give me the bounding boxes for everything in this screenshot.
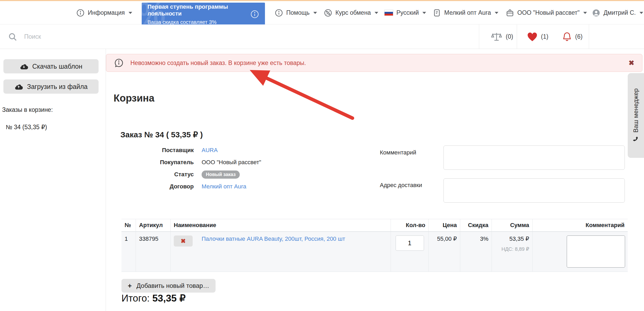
manager-tab-label: Ваш менеджер xyxy=(632,88,640,133)
nav-contract[interactable]: Мелкий опт Aura xyxy=(433,1,498,24)
col-header-name: Наименование xyxy=(170,219,391,232)
cloud-download-icon xyxy=(20,63,28,70)
row-sum-cell: 53,35 ₽ НДС: 8,89 ₽ xyxy=(492,232,532,272)
add-product-label: Добавить новый товар… xyxy=(136,282,209,289)
quantity-input[interactable] xyxy=(396,235,424,251)
status-label: Статус xyxy=(121,171,194,178)
phone-icon xyxy=(632,136,639,143)
favorites-count: (1) xyxy=(541,33,548,40)
delivery-address-textarea[interactable] xyxy=(443,178,625,203)
upload-from-file-button[interactable]: Загрузить из файла xyxy=(3,79,99,94)
chevron-down-icon xyxy=(583,12,587,14)
row-vat: НДС: 8,89 ₽ xyxy=(495,246,529,252)
divider xyxy=(517,24,517,49)
total-value: 53,35 ₽ xyxy=(152,293,186,304)
add-product-button[interactable]: + Добавить новый товар… xyxy=(121,279,216,293)
scales-icon xyxy=(490,32,503,42)
info-icon xyxy=(275,9,283,17)
row-qty-cell xyxy=(391,232,428,272)
col-header-sum: Сумма xyxy=(492,219,532,232)
error-alert: Невозможно создать новый заказ. В корзин… xyxy=(106,54,642,72)
nav-help-label: Помощь xyxy=(286,9,310,16)
nav-company-label: ООО "Новый рассвет" xyxy=(517,9,580,16)
search-input[interactable] xyxy=(24,33,224,40)
contract-label: Договор xyxy=(121,183,194,190)
nav-company[interactable]: ООО "Новый рассвет" xyxy=(506,1,587,24)
search-row: Поиск (0) (1) (6) 53.35 ₽ xyxy=(0,24,644,49)
delivery-address-label: Адрес доставки xyxy=(380,182,422,189)
compare-count: (0) xyxy=(506,33,513,40)
favorites-counter[interactable]: (1) xyxy=(527,24,548,49)
error-alert-text: Невозможно создать новый заказ. В корзин… xyxy=(130,59,622,67)
row-discount: 3% xyxy=(460,232,492,272)
chevron-down-icon xyxy=(640,12,643,14)
nav-exchange-label: Курс обмена xyxy=(335,9,371,16)
briefcase-icon xyxy=(506,9,514,17)
info-icon xyxy=(114,58,124,68)
col-header-discount: Скидка xyxy=(460,219,492,232)
loyalty-banner[interactable]: % Первая ступень программы лояльности Ва… xyxy=(142,3,265,26)
search-icon xyxy=(8,32,17,42)
notifications-counter[interactable]: (6) xyxy=(562,24,582,49)
row-comment-cell xyxy=(532,232,628,272)
russian-flag-icon xyxy=(384,10,393,16)
sidebar-order-item[interactable]: № 34 (53,35 ₽) xyxy=(6,124,47,131)
col-header-comment: Комментарий xyxy=(532,219,628,232)
contract-link[interactable]: Мелкий опт Aura xyxy=(202,183,246,190)
percent-icon xyxy=(324,9,332,17)
top-navigation: Информация % Первая ступень программы ло… xyxy=(0,1,644,24)
plus-icon: + xyxy=(128,282,132,290)
order-details: Поставщик AURA Покупатель ООО "Новый рас… xyxy=(121,144,261,193)
page-title: Корзина xyxy=(114,93,154,104)
col-header-price: Цена xyxy=(428,219,460,232)
row-article: 338795 xyxy=(136,232,170,272)
bell-icon xyxy=(562,32,572,42)
row-sum: 53,35 ₽ xyxy=(495,235,529,242)
info-icon[interactable] xyxy=(250,10,259,19)
nav-help[interactable]: Помощь xyxy=(275,1,317,24)
delete-x-icon: ✖ xyxy=(181,238,186,244)
col-header-qty: Кол-во xyxy=(391,219,428,232)
nav-user-menu[interactable]: Дмитрий С. xyxy=(592,1,643,24)
nav-language[interactable]: Русский xyxy=(384,1,426,24)
row-name-cell: ✖ Палочки ватные AURA Beauty, 200шт, Рос… xyxy=(170,232,391,272)
loyalty-title: Первая ступень программы лояльности xyxy=(147,3,250,17)
divider xyxy=(479,24,479,49)
compare-counter[interactable]: (0) xyxy=(490,24,513,49)
comment-label: Комментарий xyxy=(380,149,416,156)
order-total: Итого: 53,35 ₽ xyxy=(121,293,186,304)
chevron-down-icon xyxy=(129,12,132,14)
manager-tab[interactable]: Ваш менеджер xyxy=(628,73,644,158)
row-num: 1 xyxy=(121,232,136,272)
row-price: 55,00 ₽ xyxy=(428,232,460,272)
nav-exchange-rate[interactable]: Курс обмена xyxy=(324,1,378,24)
nav-information[interactable]: Информация xyxy=(76,1,132,24)
cloud-upload-icon xyxy=(14,83,23,90)
nav-contract-label: Мелкий опт Aura xyxy=(444,9,491,16)
download-template-button[interactable]: Скачать шаблон xyxy=(3,59,99,73)
close-icon[interactable]: ✖ xyxy=(628,59,634,66)
product-link[interactable]: Палочки ватные AURA Beauty, 200шт, Росси… xyxy=(202,235,345,242)
heart-icon xyxy=(527,32,538,42)
delete-item-button[interactable]: ✖ xyxy=(174,235,193,247)
orders-in-cart-label: Заказы в корзине: xyxy=(2,106,53,113)
info-icon xyxy=(76,9,85,17)
status-badge: Новый заказ xyxy=(202,170,240,179)
comment-textarea[interactable] xyxy=(443,146,625,170)
user-icon xyxy=(592,9,600,17)
chevron-down-icon xyxy=(375,12,378,14)
supplier-link[interactable]: AURA xyxy=(202,147,218,153)
row-comment-textarea[interactable] xyxy=(567,235,625,268)
document-icon xyxy=(433,9,441,17)
col-header-article: Артикул xyxy=(136,219,170,232)
sidebar-divider xyxy=(106,49,106,311)
divider xyxy=(589,24,589,49)
upload-from-file-label: Загрузить из файла xyxy=(27,83,88,91)
chevron-down-icon xyxy=(313,12,317,14)
buyer-label: Покупатель xyxy=(121,159,194,166)
cart-items-table: № Артикул Наименование Кол-во Цена Скидк… xyxy=(121,219,628,272)
nav-information-label: Информация xyxy=(88,9,125,16)
order-title: Заказ № 34 ( 53,35 ₽ ) xyxy=(120,130,203,139)
buyer-value: ООО "Новый рассвет" xyxy=(202,159,261,166)
nav-language-label: Русский xyxy=(396,9,419,16)
